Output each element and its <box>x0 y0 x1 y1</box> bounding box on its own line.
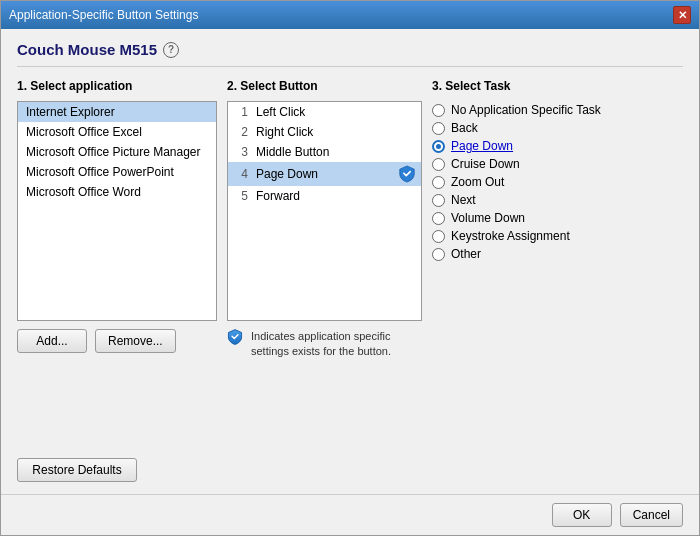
radio-input-keystroke <box>432 230 445 243</box>
radio-label-volume-down: Volume Down <box>451 211 525 225</box>
radio-input-other <box>432 248 445 261</box>
button-list-item[interactable]: 3Middle Button <box>228 142 421 162</box>
radio-item-volume-down[interactable]: Volume Down <box>432 211 683 225</box>
radio-input-cruise-down <box>432 158 445 171</box>
radio-input-no-app-task <box>432 104 445 117</box>
radio-item-next[interactable]: Next <box>432 193 683 207</box>
indicator-text: Indicates application specific settings … <box>251 329 422 360</box>
app-list-item[interactable]: Microsoft Office Excel <box>18 122 216 142</box>
button-number: 2 <box>234 125 248 139</box>
radio-item-back[interactable]: Back <box>432 121 683 135</box>
radio-item-no-app-task[interactable]: No Application Specific Task <box>432 103 683 117</box>
button-name: Forward <box>256 189 415 203</box>
columns-wrapper: 1. Select application Internet ExplorerM… <box>17 79 683 482</box>
radio-input-zoom-out <box>432 176 445 189</box>
button-list-item[interactable]: 1Left Click <box>228 102 421 122</box>
button-name: Middle Button <box>256 145 415 159</box>
app-list-item[interactable]: Microsoft Office Word <box>18 182 216 202</box>
radio-input-volume-down <box>432 212 445 225</box>
application-list[interactable]: Internet ExplorerMicrosoft Office ExcelM… <box>17 101 217 321</box>
title-bar-text: Application-Specific Button Settings <box>9 8 198 22</box>
shield-indicator-icon <box>227 329 243 345</box>
window-content: Couch Mouse M515 ? 1. Select application… <box>1 29 699 494</box>
radio-item-page-down[interactable]: Page Down <box>432 139 683 153</box>
button-list-item[interactable]: 2Right Click <box>228 122 421 142</box>
radio-label-page-down: Page Down <box>451 139 513 153</box>
button-number: 1 <box>234 105 248 119</box>
button-number: 5 <box>234 189 248 203</box>
radio-label-cruise-down: Cruise Down <box>451 157 520 171</box>
radio-item-other[interactable]: Other <box>432 247 683 261</box>
button-name: Left Click <box>256 105 415 119</box>
app-list-item[interactable]: Internet Explorer <box>18 102 216 122</box>
title-bar: Application-Specific Button Settings ✕ <box>1 1 699 29</box>
restore-defaults-button[interactable]: Restore Defaults <box>17 458 137 482</box>
radio-item-cruise-down[interactable]: Cruise Down <box>432 157 683 171</box>
help-icon[interactable]: ? <box>163 42 179 58</box>
radio-label-no-app-task: No Application Specific Task <box>451 103 601 117</box>
window-title: Couch Mouse M515 ? <box>17 41 683 58</box>
section3-header: 3. Select Task <box>432 79 683 93</box>
radio-item-keystroke[interactable]: Keystroke Assignment <box>432 229 683 243</box>
section-1-application: 1. Select application Internet ExplorerM… <box>17 79 217 482</box>
device-title: Couch Mouse M515 <box>17 41 157 58</box>
radio-label-next: Next <box>451 193 476 207</box>
main-window: Application-Specific Button Settings ✕ C… <box>0 0 700 536</box>
task-radio-group: No Application Specific TaskBackPage Dow… <box>432 103 683 261</box>
radio-item-zoom-out[interactable]: Zoom Out <box>432 175 683 189</box>
section-3-task: 3. Select Task No Application Specific T… <box>432 79 683 482</box>
button-number: 4 <box>234 167 248 181</box>
button-name: Right Click <box>256 125 415 139</box>
footer: OK Cancel <box>1 494 699 535</box>
button-list-item[interactable]: 5Forward <box>228 186 421 206</box>
remove-button[interactable]: Remove... <box>95 329 176 353</box>
button-list[interactable]: 1Left Click2Right Click3Middle Button4Pa… <box>227 101 422 321</box>
radio-label-zoom-out: Zoom Out <box>451 175 504 189</box>
radio-label-other: Other <box>451 247 481 261</box>
indicator-row: Indicates application specific settings … <box>227 329 422 360</box>
separator <box>17 66 683 67</box>
app-list-item[interactable]: Microsoft Office Picture Manager <box>18 142 216 162</box>
add-remove-buttons: Add... Remove... <box>17 329 217 353</box>
shield-button-icon <box>399 165 415 183</box>
restore-area: Restore Defaults <box>17 428 217 482</box>
section2-header: 2. Select Button <box>227 79 422 93</box>
add-button[interactable]: Add... <box>17 329 87 353</box>
button-number: 3 <box>234 145 248 159</box>
ok-button[interactable]: OK <box>552 503 612 527</box>
section-2-button: 2. Select Button 1Left Click2Right Click… <box>227 79 422 482</box>
button-list-item[interactable]: 4Page Down <box>228 162 421 186</box>
radio-input-page-down <box>432 140 445 153</box>
button-name: Page Down <box>256 167 391 181</box>
close-button[interactable]: ✕ <box>673 6 691 24</box>
radio-label-keystroke: Keystroke Assignment <box>451 229 570 243</box>
cancel-button[interactable]: Cancel <box>620 503 683 527</box>
radio-input-back <box>432 122 445 135</box>
app-list-item[interactable]: Microsoft Office PowerPoint <box>18 162 216 182</box>
radio-label-back: Back <box>451 121 478 135</box>
section1-header: 1. Select application <box>17 79 217 93</box>
radio-input-next <box>432 194 445 207</box>
